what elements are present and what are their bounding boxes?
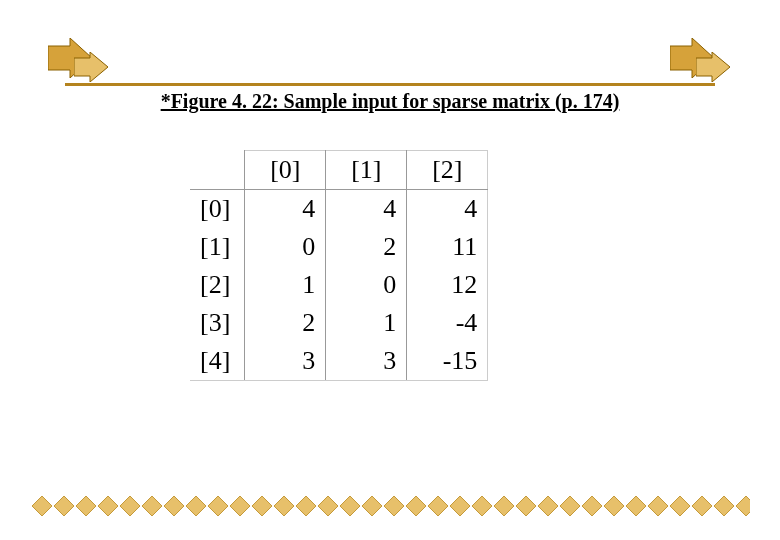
svg-marker-34 [692,496,712,516]
diamond-icon [206,494,230,518]
diamond-icon [118,494,142,518]
svg-marker-19 [362,496,382,516]
svg-marker-31 [626,496,646,516]
diamond-icon [74,494,98,518]
diamond-icon [514,494,538,518]
diamond-icon [470,494,494,518]
svg-marker-1 [74,52,108,82]
svg-marker-30 [604,496,624,516]
svg-marker-14 [252,496,272,516]
diamond-icon [52,494,76,518]
table-row: [1] 0 2 11 [190,228,488,266]
svg-marker-7 [98,496,118,516]
diamond-icon [96,494,120,518]
table-row: [0] 4 4 4 [190,190,488,229]
diamond-icon [580,494,604,518]
decor-top-left [48,38,110,82]
diamond-icon [734,494,750,518]
svg-marker-35 [714,496,734,516]
col-header: [2] [407,151,488,190]
diamond-icon [536,494,560,518]
svg-marker-28 [560,496,580,516]
svg-marker-12 [208,496,228,516]
table-row: [2] 1 0 12 [190,266,488,304]
diamond-icon [140,494,164,518]
diamond-icon [294,494,318,518]
svg-marker-26 [516,496,536,516]
svg-marker-17 [318,496,338,516]
diamond-icon [30,494,54,518]
diamond-icon [250,494,274,518]
svg-marker-24 [472,496,492,516]
diamond-icon [646,494,670,518]
sparse-matrix-table: [0] [1] [2] [0] 4 4 4 [1] 0 2 11 [2] 1 0 [190,150,488,381]
corner-cell [190,151,245,190]
svg-marker-20 [384,496,404,516]
svg-marker-15 [274,496,294,516]
svg-marker-27 [538,496,558,516]
row-header: [1] [190,228,245,266]
cell: 0 [326,266,407,304]
footer-diamond-band [30,494,750,522]
diamond-icon [404,494,428,518]
svg-marker-36 [736,496,750,516]
svg-marker-3 [696,52,730,82]
diamond-icon [316,494,340,518]
row-header: [2] [190,266,245,304]
cell: 4 [407,190,488,229]
cell: 3 [245,342,326,381]
cell: 12 [407,266,488,304]
svg-marker-18 [340,496,360,516]
cell: 1 [326,304,407,342]
diamond-icon [360,494,384,518]
figure-title: *Figure 4. 22: Sample input for sparse m… [161,87,620,115]
svg-marker-25 [494,496,514,516]
svg-marker-4 [32,496,52,516]
diamond-icon [690,494,714,518]
cell: 3 [326,342,407,381]
title-block: *Figure 4. 22: Sample input for sparse m… [65,83,715,115]
cell: 11 [407,228,488,266]
svg-marker-33 [670,496,690,516]
diamond-icon [338,494,362,518]
svg-marker-13 [230,496,250,516]
svg-marker-5 [54,496,74,516]
cell: 2 [245,304,326,342]
row-header: [4] [190,342,245,381]
svg-marker-11 [186,496,206,516]
svg-marker-9 [142,496,162,516]
diamond-icon [162,494,186,518]
title-rule [65,83,715,86]
col-header: [0] [245,151,326,190]
diamond-icon [602,494,626,518]
row-header: [3] [190,304,245,342]
decor-top-right [670,38,732,82]
diamond-icon [558,494,582,518]
svg-marker-8 [120,496,140,516]
diamond-icon [382,494,406,518]
diamond-icon [228,494,252,518]
cell: 1 [245,266,326,304]
col-header: [1] [326,151,407,190]
diamond-icon [668,494,692,518]
svg-marker-21 [406,496,426,516]
svg-marker-16 [296,496,316,516]
cell: 4 [326,190,407,229]
diamond-icon [426,494,450,518]
diamond-icon [184,494,208,518]
svg-marker-32 [648,496,668,516]
matrix-table-wrap: [0] [1] [2] [0] 4 4 4 [1] 0 2 11 [2] 1 0 [190,150,488,381]
cell: 4 [245,190,326,229]
svg-marker-6 [76,496,96,516]
svg-marker-23 [450,496,470,516]
svg-marker-22 [428,496,448,516]
table-row: [4] 3 3 -15 [190,342,488,381]
cell: -4 [407,304,488,342]
diamond-icon [272,494,296,518]
diamond-icon [624,494,648,518]
table-row: [3] 2 1 -4 [190,304,488,342]
row-header: [0] [190,190,245,229]
svg-marker-29 [582,496,602,516]
diamond-icon [448,494,472,518]
diamond-icon [492,494,516,518]
